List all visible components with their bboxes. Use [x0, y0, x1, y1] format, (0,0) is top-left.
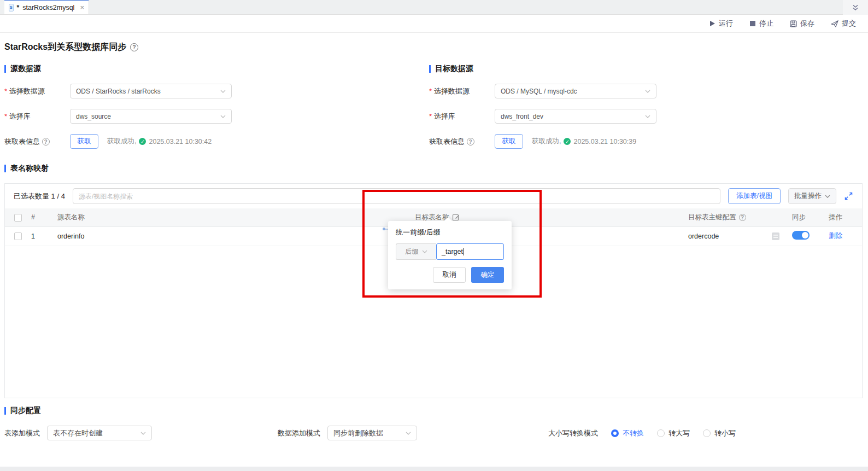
- section-accent-bar: [429, 65, 431, 73]
- table-mode-select[interactable]: 表不存在时创建: [47, 426, 152, 440]
- data-mode-select[interactable]: 同步前删除数据: [327, 426, 417, 440]
- batch-actions-button[interactable]: 批量操作: [788, 188, 836, 204]
- target-datasource-label: 选择数据源: [429, 86, 495, 96]
- radio-icon: [611, 429, 619, 437]
- chevron-down-icon: [645, 115, 650, 118]
- target-db-label: 选择库: [429, 112, 495, 121]
- col-index: #: [31, 208, 51, 226]
- chevron-down-icon: [825, 195, 830, 198]
- radio-to-upper[interactable]: 转大写: [657, 428, 690, 438]
- save-button[interactable]: 保存: [790, 19, 814, 28]
- paper-plane-icon: [831, 20, 838, 27]
- table-search-input[interactable]: [73, 188, 720, 204]
- close-icon[interactable]: ×: [80, 3, 84, 11]
- source-datasource-select[interactable]: ODS / StarRocks / starRocks: [70, 84, 232, 98]
- source-fetch-button[interactable]: 获取: [70, 134, 98, 149]
- target-db-value: dws_front_dev: [501, 113, 543, 120]
- pk-help-icon[interactable]: ?: [739, 214, 746, 221]
- source-table-name: orderinfo: [51, 226, 387, 246]
- footer-strip: [0, 467, 868, 471]
- tab-label: starRocks2mysql: [22, 4, 74, 11]
- row-index: 1: [31, 226, 51, 246]
- radio-no-convert[interactable]: 不转换: [611, 428, 644, 438]
- edit-icon[interactable]: [452, 213, 460, 221]
- source-datasource-section: 源数据源 选择数据源 ODS / StarRocks / starRocks 选…: [4, 64, 429, 159]
- source-datasource-value: ODS / StarRocks / starRocks: [76, 88, 161, 95]
- tab-collapse-button[interactable]: [843, 0, 868, 15]
- mapping-panel: 已选表数量 1 / 4 添加表/视图 批量操作: [4, 183, 863, 398]
- source-fetch-status: 获取成功, ✓ 2025.03.21 10:30:42: [107, 137, 212, 146]
- col-action: 操作: [823, 208, 862, 226]
- chevron-down-icon: [422, 250, 427, 253]
- source-datasource-label: 选择数据源: [4, 86, 70, 96]
- data-mode-value: 同步前删除数据: [333, 428, 383, 438]
- target-datasource-value: ODS / MySQL / mysql-cdc: [501, 88, 577, 95]
- chevron-down-icon: [645, 90, 650, 93]
- chevron-down-icon: [220, 115, 226, 118]
- source-db-value: dws_source: [76, 113, 111, 120]
- fullscreen-expand-icon[interactable]: [844, 191, 853, 201]
- run-button[interactable]: 运行: [709, 19, 733, 28]
- double-chevron-down-icon: [852, 4, 859, 11]
- tab-bar: S * starRocks2mysql ×: [0, 0, 868, 15]
- col-source-table: 源表名称: [51, 208, 387, 226]
- page-title: StarRocks到关系型数据库同步: [4, 42, 126, 53]
- fetch-help-icon[interactable]: ?: [42, 138, 50, 146]
- radio-icon: [657, 429, 665, 437]
- pk-config-icon[interactable]: [771, 232, 780, 241]
- sync-config-row: 表添加模式 表不存在时创建 数据添加模式 同步前删除数据 大小写转换模式 不转换: [4, 426, 863, 440]
- suffix-input-value: _target: [442, 248, 463, 255]
- tab-starrocks2mysql[interactable]: S * starRocks2mysql ×: [4, 0, 89, 14]
- save-icon: [790, 20, 797, 27]
- col-sync: 同步: [788, 208, 823, 226]
- stop-button[interactable]: 停止: [749, 19, 773, 28]
- target-fetch-label: 获取表信息 ?: [429, 137, 495, 147]
- target-pk-value: ordercode: [688, 232, 719, 240]
- section-accent-bar: [4, 407, 6, 415]
- radio-icon: [703, 429, 711, 437]
- suffix-mode-value: 后缀: [405, 247, 419, 257]
- chevron-down-icon: [406, 432, 411, 435]
- table-mode-value: 表不存在时创建: [53, 428, 103, 438]
- target-section-title: 目标数据源: [435, 64, 473, 74]
- target-datasource-select[interactable]: ODS / MySQL / mysql-cdc: [495, 84, 656, 98]
- unsaved-indicator: *: [17, 4, 20, 11]
- stop-label: 停止: [759, 19, 773, 28]
- source-fetch-time: 2025.03.21 10:30:42: [149, 138, 212, 146]
- section-accent-bar: [4, 165, 6, 172]
- cancel-button[interactable]: 取消: [433, 267, 466, 283]
- submit-button[interactable]: 提交: [831, 19, 856, 28]
- selected-count: 已选表数量 1 / 4: [14, 191, 65, 201]
- play-icon: [709, 20, 715, 27]
- radio-to-lower[interactable]: 转小写: [703, 428, 736, 438]
- table-mode-label: 表添加模式: [4, 428, 40, 438]
- suffix-text-input[interactable]: _target: [436, 243, 504, 260]
- select-all-checkbox[interactable]: [14, 214, 22, 222]
- success-check-icon: ✓: [564, 138, 571, 145]
- fetch-help-icon[interactable]: ?: [467, 138, 474, 146]
- task-type-icon: S: [9, 4, 14, 11]
- page-help-icon[interactable]: ?: [130, 43, 138, 51]
- section-accent-bar: [4, 65, 6, 73]
- sync-toggle[interactable]: [792, 231, 810, 240]
- popup-title: 统一前缀/后缀: [396, 228, 504, 237]
- run-label: 运行: [719, 19, 733, 28]
- data-mode-label: 数据添加模式: [278, 428, 320, 438]
- text-caret: [464, 248, 464, 255]
- confirm-button[interactable]: 确定: [471, 267, 504, 283]
- row-checkbox[interactable]: [14, 232, 22, 240]
- add-table-button[interactable]: 添加表/视图: [728, 188, 781, 204]
- success-check-icon: ✓: [139, 138, 146, 145]
- app-root: S * starRocks2mysql × 运行 停止: [0, 0, 868, 471]
- source-section-title: 源数据源: [10, 64, 41, 74]
- source-db-select[interactable]: dws_source: [70, 109, 232, 124]
- stop-icon: [749, 20, 756, 27]
- submit-label: 提交: [842, 19, 856, 28]
- chevron-down-icon: [220, 90, 226, 93]
- save-label: 保存: [800, 19, 814, 28]
- suffix-mode-select[interactable]: 后缀: [396, 243, 436, 260]
- target-fetch-button[interactable]: 获取: [495, 134, 523, 149]
- delete-link[interactable]: 删除: [829, 232, 842, 240]
- target-db-select[interactable]: dws_front_dev: [495, 109, 656, 124]
- mapping-toolbar: 已选表数量 1 / 4 添加表/视图 批量操作: [5, 184, 862, 208]
